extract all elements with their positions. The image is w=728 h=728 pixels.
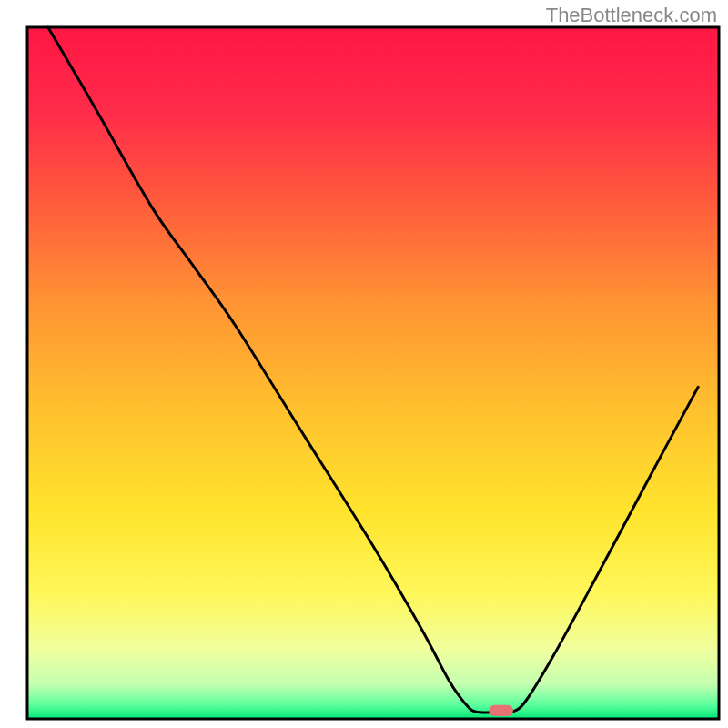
optimal-marker: [489, 705, 513, 716]
bottleneck-chart: [0, 0, 728, 728]
chart-container: TheBottleneck.com: [0, 0, 728, 728]
watermark-text: TheBottleneck.com: [546, 4, 717, 27]
plot-background: [27, 27, 719, 719]
